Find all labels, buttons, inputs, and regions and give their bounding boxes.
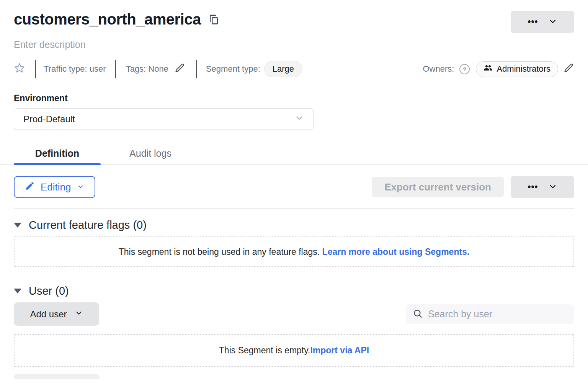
feature-flags-empty-box: This segment is not being used in any fe…: [14, 236, 574, 267]
segment-empty-text: This Segment is empty.: [219, 345, 310, 355]
divider: [35, 60, 36, 78]
editing-label: Editing: [41, 181, 71, 193]
owners-pill[interactable]: Administrators: [476, 61, 558, 77]
pencil-icon: [25, 181, 35, 194]
chevron-down-icon: [75, 309, 83, 320]
star-icon[interactable]: [14, 62, 25, 75]
tab-audit-logs[interactable]: Audit logs: [101, 141, 200, 165]
owners-group: Owners: ? Administrators: [423, 61, 574, 77]
chevron-down-icon: [548, 182, 557, 192]
segment-type-badge: Large: [264, 61, 302, 77]
copy-icon[interactable]: [208, 14, 219, 25]
page-title: customers_north_america: [14, 11, 201, 28]
edit-owners-pencil-icon[interactable]: [564, 63, 574, 75]
user-section-title: User (0): [29, 285, 69, 297]
title-wrap: customers_north_america: [14, 11, 219, 28]
add-user-button[interactable]: Add user: [14, 302, 99, 326]
ellipsis-icon: •••: [528, 18, 538, 26]
owners-value: Administrators: [497, 64, 550, 74]
divider: [115, 60, 116, 78]
chevron-down-icon: [77, 181, 84, 193]
tags-label: Tags: None: [126, 64, 168, 74]
segment-detail-page: customers_north_america ••• Enter descri…: [0, 0, 588, 384]
environment-label: Environment: [14, 93, 574, 103]
description-placeholder[interactable]: Enter description: [14, 39, 574, 50]
environment-selected-value: Prod-Default: [23, 114, 75, 125]
traffic-type-label: Traffic type: user: [44, 64, 106, 74]
search-icon: [413, 309, 423, 320]
user-empty-box: This Segment is empty.Import via API: [14, 334, 574, 367]
section-divider: [14, 208, 574, 209]
feature-flags-empty-text: This segment is not being used in any fe…: [119, 247, 322, 257]
collapse-triangle-icon: [14, 223, 21, 228]
chevron-down-icon: [294, 113, 304, 125]
toolbar-right: Export current version •••: [372, 176, 574, 198]
header-more-menu-button[interactable]: •••: [511, 11, 574, 33]
header: customers_north_america •••: [14, 0, 574, 33]
feature-flags-section-header[interactable]: Current feature flags (0): [14, 219, 574, 231]
feature-flags-section-title: Current feature flags (0): [29, 219, 147, 231]
user-search-box: [406, 304, 574, 324]
divider: [196, 60, 197, 78]
tab-definition[interactable]: Definition: [14, 141, 101, 165]
collapse-triangle-icon: [14, 289, 21, 294]
chevron-down-icon: [548, 17, 557, 27]
owners-label: Owners:: [423, 64, 454, 74]
edit-tags-pencil-icon[interactable]: [175, 63, 185, 75]
segment-type-label: Segment type:: [206, 64, 260, 74]
add-user-label: Add user: [30, 309, 67, 320]
import-via-api-link[interactable]: Import via API: [310, 345, 369, 355]
toolbar: Editing Export current version •••: [14, 176, 574, 198]
environment-select[interactable]: Prod-Default: [14, 108, 314, 130]
active-tab-indicator: [14, 163, 101, 165]
next-section-button-cutoff: [14, 374, 100, 379]
ellipsis-icon: •••: [528, 183, 538, 192]
editing-status-button[interactable]: Editing: [14, 176, 95, 198]
tab-bar: Definition Audit logs: [14, 141, 574, 165]
user-controls-row: Add user: [14, 302, 574, 326]
meta-row: Traffic type: user Tags: None Segment ty…: [14, 60, 574, 78]
learn-more-link[interactable]: Learn more about using Segments.: [322, 247, 470, 257]
user-section-header[interactable]: User (0): [14, 285, 574, 297]
people-icon: [483, 63, 493, 75]
search-by-user-input[interactable]: [427, 308, 567, 320]
help-icon[interactable]: ?: [459, 64, 470, 74]
export-current-version-button[interactable]: Export current version: [372, 177, 504, 197]
toolbar-more-menu-button[interactable]: •••: [511, 176, 574, 198]
